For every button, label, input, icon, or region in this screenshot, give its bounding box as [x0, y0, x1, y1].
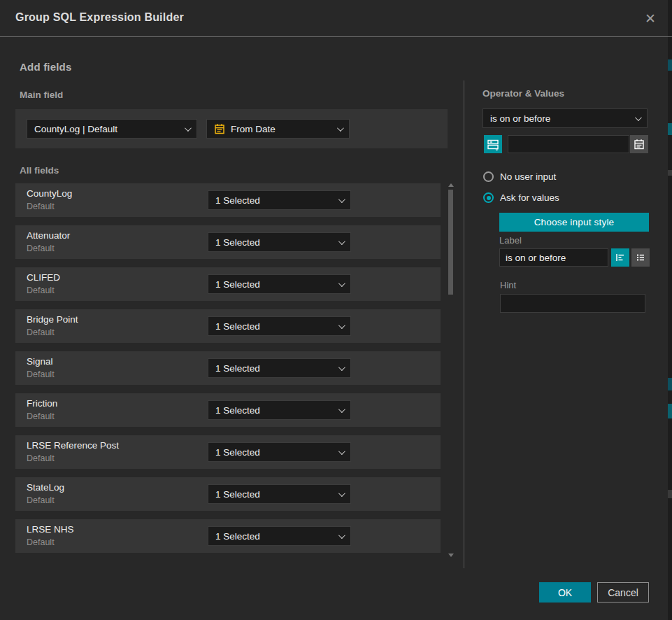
field-row: Friction Default 1 Selected — [15, 393, 441, 427]
field-selection-value: 1 Selected — [215, 279, 333, 290]
chevron-down-icon — [337, 125, 344, 132]
chevron-down-icon — [338, 280, 345, 287]
chevron-down-icon — [635, 114, 642, 121]
choose-input-style-button[interactable]: Choose input style — [499, 213, 649, 232]
field-selection-dropdown[interactable]: 1 Selected — [208, 526, 351, 546]
chevron-down-icon — [338, 406, 345, 413]
value-input[interactable] — [508, 135, 629, 153]
field-name: Signal — [27, 356, 53, 367]
chevron-down-icon — [338, 196, 345, 203]
cancel-button[interactable]: Cancel — [597, 582, 649, 603]
calendar-icon — [634, 139, 645, 150]
titlebar-divider — [0, 36, 672, 37]
field-selection-dropdown[interactable]: 1 Selected — [208, 400, 351, 420]
date-picker-button[interactable] — [630, 135, 648, 153]
label-input[interactable] — [499, 248, 608, 267]
add-fields-heading: Add fields — [20, 61, 72, 73]
label-field-label: Label — [499, 235, 522, 246]
main-field-select[interactable]: From Date — [206, 119, 350, 139]
main-field-panel: CountyLog | Default From Date — [15, 109, 448, 148]
fields-list-scrollbar — [447, 183, 455, 557]
field-sublabel: Default — [27, 369, 55, 379]
field-selection-value: 1 Selected — [215, 363, 333, 374]
hint-input[interactable] — [500, 294, 645, 313]
chevron-down-icon — [338, 448, 345, 455]
field-sublabel: Default — [27, 327, 55, 337]
operator-select-value: is on or before — [490, 113, 629, 124]
field-sublabel: Default — [27, 244, 55, 253]
chevron-down-icon — [338, 238, 345, 245]
main-field-label: Main field — [20, 90, 63, 100]
all-fields-list: CountyLog Default 1 Selected Attenuator … — [15, 183, 441, 561]
field-name: Bridge Point — [27, 314, 78, 325]
field-sublabel: Default — [27, 495, 55, 505]
scroll-down-arrow-icon[interactable] — [448, 554, 454, 557]
field-name: Friction — [27, 398, 57, 409]
radio-icon — [483, 171, 494, 182]
dialog-title: Group SQL Expression Builder — [15, 11, 184, 24]
field-selection-dropdown[interactable]: 1 Selected — [208, 190, 351, 210]
field-selection-value: 1 Selected — [215, 405, 333, 416]
scroll-up-arrow-icon[interactable] — [448, 183, 454, 187]
field-selection-value: 1 Selected — [215, 321, 333, 332]
main-field-select-value: From Date — [231, 124, 331, 134]
edge-fragment — [668, 123, 672, 135]
field-selection-dropdown[interactable]: 1 Selected — [208, 274, 351, 294]
field-name: CLIFED — [27, 272, 60, 283]
radio-ask-for-values[interactable]: Ask for values — [483, 192, 559, 203]
field-name: LRSE Reference Post — [27, 440, 119, 451]
scrollbar-thumb[interactable] — [448, 190, 453, 295]
field-selection-value: 1 Selected — [215, 489, 333, 500]
field-name: CountyLog — [27, 188, 72, 199]
field-row: Signal Default 1 Selected — [15, 351, 441, 385]
all-fields-label: All fields — [20, 165, 59, 176]
radio-icon — [483, 192, 494, 203]
close-button[interactable]: ✕ — [641, 8, 660, 28]
field-row: Attenuator Default 1 Selected — [15, 225, 441, 259]
main-layer-select-value: CountyLog | Default — [34, 124, 179, 134]
field-name: StateLog — [27, 482, 64, 493]
panel-divider — [464, 80, 464, 568]
chevron-down-icon — [338, 364, 345, 371]
edge-fragment — [668, 170, 672, 176]
field-sublabel: Default — [27, 453, 55, 463]
input-style-list-toggle[interactable] — [631, 248, 650, 267]
field-row: LRSE Reference Post Default 1 Selected — [15, 435, 441, 469]
input-style-single-toggle[interactable] — [611, 248, 629, 267]
chevron-down-icon — [338, 322, 345, 329]
ok-button[interactable]: OK — [539, 582, 591, 603]
unique-values-icon — [487, 138, 499, 150]
field-selection-dropdown[interactable]: 1 Selected — [208, 232, 351, 252]
input-type-button[interactable] — [484, 135, 502, 153]
align-left-icon — [615, 252, 626, 263]
field-selection-dropdown[interactable]: 1 Selected — [208, 484, 351, 504]
main-layer-select[interactable]: CountyLog | Default — [27, 119, 197, 139]
hint-field-label: Hint — [500, 280, 516, 290]
field-row: CountyLog Default 1 Selected — [15, 183, 441, 217]
operator-values-heading: Operator & Values — [482, 88, 564, 99]
field-sublabel: Default — [27, 202, 55, 211]
operator-select[interactable]: is on or before — [482, 108, 648, 128]
field-sublabel: Default — [27, 286, 55, 295]
field-sublabel: Default — [27, 411, 55, 421]
radio-label: No user input — [500, 171, 556, 182]
field-sublabel: Default — [27, 537, 55, 547]
edge-fragment — [668, 378, 672, 390]
field-row: LRSE NHS Default 1 Selected — [15, 519, 441, 553]
field-selection-dropdown[interactable]: 1 Selected — [208, 442, 351, 462]
chevron-down-icon — [338, 532, 345, 539]
field-selection-value: 1 Selected — [215, 447, 333, 458]
field-selection-value: 1 Selected — [215, 237, 333, 248]
edge-fragment — [668, 59, 672, 71]
chevron-down-icon — [338, 490, 345, 497]
field-row: Bridge Point Default 1 Selected — [15, 309, 441, 343]
field-selection-dropdown[interactable]: 1 Selected — [208, 358, 351, 378]
bulleted-list-icon — [635, 252, 646, 263]
edge-fragment — [668, 490, 672, 498]
field-name: Attenuator — [27, 230, 70, 241]
calendar-icon — [214, 123, 225, 134]
radio-no-user-input[interactable]: No user input — [483, 171, 556, 182]
field-selection-dropdown[interactable]: 1 Selected — [208, 316, 351, 336]
field-row: CLIFED Default 1 Selected — [15, 267, 441, 301]
field-selection-value: 1 Selected — [215, 195, 333, 206]
